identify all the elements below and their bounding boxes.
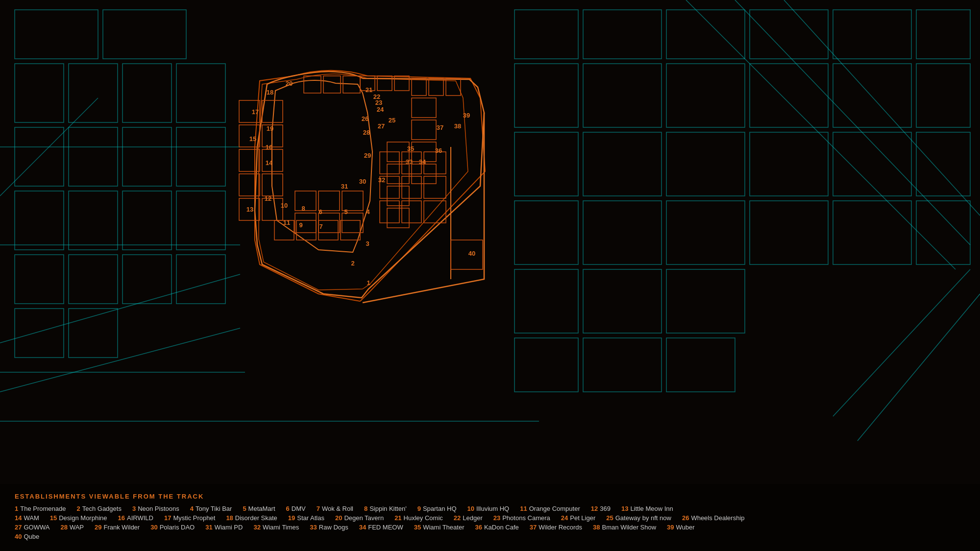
legend-item: 29Frank Wilder bbox=[95, 524, 140, 531]
legend-item: 2Tech Gadgets bbox=[76, 505, 121, 512]
legend-item: 21Huxley Comic bbox=[394, 514, 443, 522]
legend-item: 11Orange Computer bbox=[520, 505, 580, 512]
legend-name: Photons Camera bbox=[502, 514, 550, 522]
legend-name: Design Morphine bbox=[59, 514, 107, 522]
legend-item: 31Wiami PD bbox=[205, 524, 243, 531]
legend-num: 9 bbox=[417, 505, 421, 512]
legend-name: Wiami Theater bbox=[423, 524, 464, 531]
legend-section: ESTABLISHMENTS VIEWABLE FROM THE TRACK 1… bbox=[0, 484, 980, 551]
legend-item: 15Design Morphine bbox=[50, 514, 107, 522]
legend-item: 4Tony Tiki Bar bbox=[190, 505, 232, 512]
legend-num: 33 bbox=[310, 524, 317, 531]
legend-item: 25Gateway by nft now bbox=[606, 514, 671, 522]
legend-name: Tech Gadgets bbox=[82, 505, 122, 512]
legend-name: Wok & Roll bbox=[322, 505, 353, 512]
legend-num: 5 bbox=[243, 505, 246, 512]
legend-name: Little Meow Inn bbox=[630, 505, 673, 512]
legend-name: Degen Tavern bbox=[344, 514, 384, 522]
legend-name: Qube bbox=[24, 533, 39, 540]
legend-item: 14WAM bbox=[15, 514, 39, 522]
legend-name: Orange Computer bbox=[529, 505, 580, 512]
legend-num: 19 bbox=[288, 514, 295, 522]
legend-name: Polaris DAO bbox=[160, 524, 195, 531]
legend-item: 12369 bbox=[591, 505, 611, 512]
legend-num: 29 bbox=[95, 524, 101, 531]
legend-num: 17 bbox=[164, 514, 171, 522]
legend-item: 32Wiami Times bbox=[253, 524, 299, 531]
legend-num: 20 bbox=[335, 514, 342, 522]
legend-num: 23 bbox=[493, 514, 500, 522]
legend-item: 6DMV bbox=[286, 505, 306, 512]
legend-num: 7 bbox=[317, 505, 320, 512]
legend-name: DMV bbox=[292, 505, 306, 512]
legend-item: 18Disorder Skate bbox=[226, 514, 277, 522]
legend-name: Frank Wilder bbox=[104, 524, 140, 531]
legend-name: WAM bbox=[24, 514, 39, 522]
legend-name: Spartan HQ bbox=[423, 505, 457, 512]
legend-num: 34 bbox=[359, 524, 366, 531]
legend-item: 23Photons Camera bbox=[493, 514, 550, 522]
legend-item: 16AIRWILD bbox=[118, 514, 153, 522]
legend-num: 22 bbox=[454, 514, 461, 522]
legend-row: 27GOWWA28WAP29Frank Wilder30Polaris DAO3… bbox=[15, 524, 965, 531]
legend-item: 24Pet Liger bbox=[561, 514, 596, 522]
legend-num: 37 bbox=[530, 524, 537, 531]
legend-item: 28WAP bbox=[60, 524, 84, 531]
legend-item: 34FED MEOW bbox=[359, 524, 403, 531]
legend-name: Wilder Records bbox=[539, 524, 582, 531]
legend-num: 15 bbox=[50, 514, 57, 522]
legend-num: 6 bbox=[286, 505, 290, 512]
legend-item: 3Neon Pistoons bbox=[132, 505, 179, 512]
legend-num: 1 bbox=[15, 505, 18, 512]
legend-title: ESTABLISHMENTS VIEWABLE FROM THE TRACK bbox=[15, 493, 965, 500]
legend-num: 38 bbox=[593, 524, 600, 531]
legend-num: 28 bbox=[60, 524, 67, 531]
legend-num: 31 bbox=[205, 524, 212, 531]
legend-item: 33Raw Dogs bbox=[310, 524, 348, 531]
legend-name: Ledger bbox=[463, 514, 482, 522]
legend-name: GOWWA bbox=[24, 524, 49, 531]
legend-item: 30Polaris DAO bbox=[150, 524, 195, 531]
legend-item: 22Ledger bbox=[454, 514, 483, 522]
legend-item: 19Star Atlas bbox=[288, 514, 324, 522]
legend-item: 5MetaMart bbox=[243, 505, 275, 512]
legend-row: 40Qube bbox=[15, 533, 965, 540]
legend-item: 38Bman Wilder Show bbox=[593, 524, 656, 531]
legend-item: 40Qube bbox=[15, 533, 39, 540]
legend-name: Wiami Times bbox=[263, 524, 299, 531]
legend-item: 36KaDon Cafe bbox=[475, 524, 518, 531]
legend-name: Wiami PD bbox=[215, 524, 243, 531]
legend-num: 16 bbox=[118, 514, 125, 522]
legend-num: 4 bbox=[190, 505, 194, 512]
legend-name: FED MEOW bbox=[368, 524, 403, 531]
legend-num: 21 bbox=[394, 514, 401, 522]
legend-num: 27 bbox=[15, 524, 22, 531]
legend-name: KaDon Cafe bbox=[484, 524, 519, 531]
legend-num: 12 bbox=[591, 505, 598, 512]
legend-item: 27GOWWA bbox=[15, 524, 49, 531]
legend-item: 39Wuber bbox=[667, 524, 695, 531]
legend-name: Pet Liger bbox=[570, 514, 595, 522]
legend-num: 2 bbox=[76, 505, 80, 512]
legend-item: 17Mystic Prophet bbox=[164, 514, 215, 522]
legend-name: Gateway by nft now bbox=[615, 514, 671, 522]
legend-name: Illuvium HQ bbox=[476, 505, 509, 512]
legend-row: 1The Promenade2Tech Gadgets3Neon Pistoon… bbox=[15, 505, 965, 512]
legend-num: 24 bbox=[561, 514, 568, 522]
legend-item: 10Illuvium HQ bbox=[467, 505, 510, 512]
legend-num: 11 bbox=[520, 505, 527, 512]
legend-name: MetaMart bbox=[248, 505, 275, 512]
legend-row: 14WAM15Design Morphine16AIRWILD17Mystic … bbox=[15, 514, 965, 522]
legend-num: 10 bbox=[467, 505, 474, 512]
legend-name: Sippin Kitten' bbox=[369, 505, 406, 512]
legend-name: Neon Pistoons bbox=[138, 505, 179, 512]
legend-name: The Promenade bbox=[20, 505, 66, 512]
legend-name: Huxley Comic bbox=[404, 514, 443, 522]
legend-name: 369 bbox=[600, 505, 611, 512]
legend-num: 13 bbox=[621, 505, 628, 512]
legend-name: Wheels Dealership bbox=[691, 514, 744, 522]
legend-num: 25 bbox=[606, 514, 613, 522]
legend-name: Disorder Skate bbox=[235, 514, 277, 522]
legend-num: 36 bbox=[475, 524, 482, 531]
legend-num: 3 bbox=[132, 505, 136, 512]
